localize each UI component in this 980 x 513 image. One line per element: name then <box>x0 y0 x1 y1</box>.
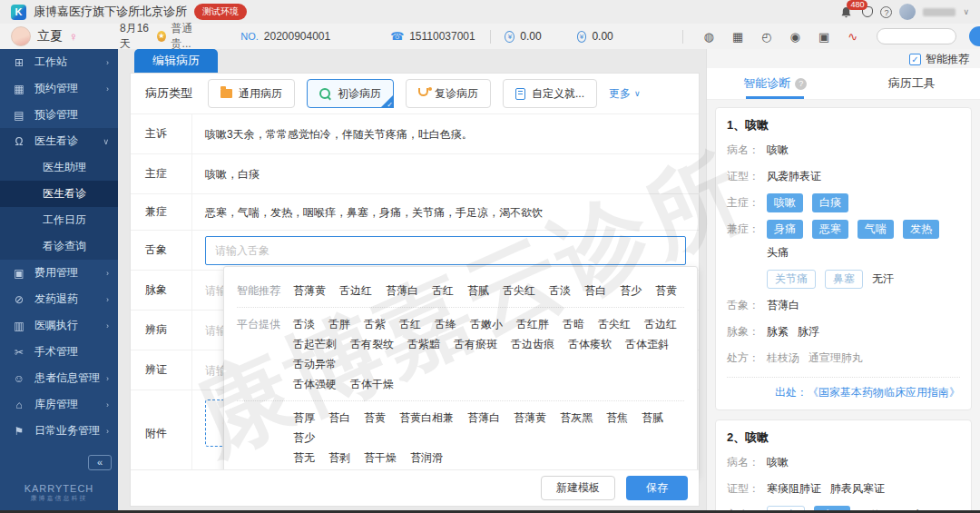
coating-option[interactable]: 苔无 <box>293 448 315 468</box>
sidebar-item-work-calendar[interactable]: 工作日历 <box>0 207 118 233</box>
smart-tongue-option[interactable]: 苔薄白 <box>386 281 418 301</box>
coating-option[interactable]: 苔黄白相兼 <box>399 408 454 428</box>
smart-tongue-option[interactable]: 舌红 <box>432 281 454 301</box>
type-general-record-button[interactable]: 通用病历 <box>208 79 295 108</box>
sidebar-item-surgery-mgmt[interactable]: ✂手术管理 <box>0 339 118 365</box>
smart-tongue-option[interactable]: 舌边红 <box>339 281 372 301</box>
tongue-option[interactable]: 舌嫩小 <box>470 314 503 334</box>
notification-bell-icon[interactable]: 480 <box>838 4 855 20</box>
tongue-option[interactable]: 舌胖 <box>328 314 350 334</box>
sidebar-item-workstation[interactable]: ⊞工作站› <box>0 49 118 75</box>
record-icon[interactable]: ◴ <box>761 30 771 44</box>
main-symptoms-value[interactable]: 咳嗽，白痰 <box>192 166 699 183</box>
tongue-option[interactable]: 舌体干燥 <box>350 374 394 394</box>
more-types-link[interactable]: 更多∨ <box>609 86 641 102</box>
coating-option[interactable]: 苔少 <box>293 428 315 448</box>
sidebar-item-order-execution[interactable]: ▥医嘱执行› <box>0 312 118 339</box>
coating-option[interactable]: 苔灰黑 <box>560 408 593 428</box>
help-icon[interactable]: ? <box>880 6 892 18</box>
form-icon[interactable]: ▦ <box>732 30 743 44</box>
coating-option[interactable]: 苔黄 <box>364 408 386 428</box>
source-link[interactable]: 出处：《国家基本药物临床应用指南》 <box>727 377 960 400</box>
tongue-option[interactable]: 舌体痿软 <box>568 334 612 354</box>
chief-complaint-value[interactable]: 咳嗽3天余，常常感觉怕冷，伴随关节疼痛，吐白色痰。 <box>192 126 699 143</box>
sidebar-item-doctor-visit[interactable]: Ω医生看诊∨ <box>0 128 118 154</box>
coating-option[interactable]: 苔润滑 <box>410 448 443 468</box>
camera-icon[interactable]: ▣ <box>818 30 829 44</box>
save-button[interactable]: 保存 <box>626 476 688 500</box>
smart-tongue-option[interactable]: 苔腻 <box>467 281 489 301</box>
symptom-tag[interactable]: 恶寒 <box>812 220 848 239</box>
info-question-icon[interactable]: ? <box>795 78 807 90</box>
symptom-tag[interactable]: 鼻塞 <box>825 270 863 289</box>
tongue-option[interactable]: 舌体强硬 <box>293 374 337 394</box>
sidebar-item-patient-info-mgmt[interactable]: ☺患者信息管理› <box>0 365 118 391</box>
message-icon[interactable]: ◍ <box>704 30 714 44</box>
smart-tongue-option[interactable]: 苔黄 <box>655 281 677 301</box>
tongue-input[interactable] <box>205 236 686 265</box>
sidebar-item-doctor-visit-current[interactable]: 医生看诊 <box>0 181 118 207</box>
coating-option[interactable]: 苔白 <box>328 408 350 428</box>
tongue-option[interactable]: 舌红 <box>399 314 421 334</box>
coating-option[interactable]: 苔焦 <box>606 408 628 428</box>
prescription-value[interactable]: 通宣理肺丸 <box>808 349 863 368</box>
sidebar-item-doctor-assistant[interactable]: 医生助理 <box>0 154 118 181</box>
sidebar-item-pretriage-mgmt[interactable]: ▤预诊管理 <box>0 102 118 128</box>
coating-option[interactable]: 苔剥 <box>328 448 350 468</box>
tongue-option[interactable]: 舌边齿痕 <box>511 334 554 354</box>
tongue-option[interactable]: 舌尖红 <box>598 314 631 334</box>
tab-smart-diagnosis[interactable]: 智能诊断 ? <box>707 68 844 99</box>
coating-option[interactable]: 苔腻 <box>642 408 663 428</box>
quick-action-button[interactable] <box>969 26 980 46</box>
sidebar-item-warehouse-mgmt[interactable]: ⌂库房管理› <box>0 391 118 418</box>
symptom-tag[interactable]: 无汗 <box>872 270 894 289</box>
smart-tongue-option[interactable]: 舌淡 <box>549 281 571 301</box>
user-menu-chevron-icon[interactable]: ∨ <box>963 7 969 16</box>
type-return-visit-record-button[interactable]: 复诊病历 <box>406 79 491 108</box>
quick-search-input[interactable] <box>877 28 956 44</box>
coating-option[interactable]: 苔厚 <box>293 408 315 428</box>
coating-option[interactable]: 苔干燥 <box>364 448 397 468</box>
sidebar-item-visit-query[interactable]: 看诊查询 <box>0 233 118 260</box>
vitals-chart-icon[interactable]: ∿ <box>848 30 858 44</box>
smart-tongue-option[interactable]: 苔白 <box>584 281 606 301</box>
tab-record-tools[interactable]: 病历工具 <box>844 68 980 99</box>
prescription-value[interactable]: 桂枝汤 <box>767 349 799 368</box>
sidebar-item-fee-mgmt[interactable]: ▣费用管理› <box>0 260 118 286</box>
concurrent-symptoms-value[interactable]: 恶寒，气喘，发热，咽喉痒，鼻塞，身痛，关节痛，手足凉，渴不欲饮 <box>192 204 699 221</box>
tongue-option[interactable]: 舌边红 <box>644 314 677 334</box>
tongue-option[interactable]: 舌体歪斜 <box>625 334 669 354</box>
tongue-option[interactable]: 舌绛 <box>435 314 456 334</box>
coating-option[interactable]: 苔薄白 <box>467 408 500 428</box>
tongue-option[interactable]: 舌暗 <box>563 314 584 334</box>
smart-tongue-option[interactable]: 舌尖红 <box>503 281 535 301</box>
coating-option[interactable]: 苔薄黄 <box>514 408 546 428</box>
audio-icon[interactable]: ◉ <box>790 30 800 44</box>
sidebar-item-daily-business-mgmt[interactable]: ⚑日常业务管理› <box>0 418 118 444</box>
symptom-tag[interactable]: 发热 <box>903 220 939 239</box>
smart-recommend-toggle[interactable]: ✓ 智能推荐 <box>909 52 969 67</box>
sidebar-item-appointment-mgmt[interactable]: ▦预约管理› <box>0 75 118 102</box>
tongue-option[interactable]: 舌红胖 <box>516 314 549 334</box>
tongue-option[interactable]: 舌有裂纹 <box>350 334 394 354</box>
tab-edit-record[interactable]: 编辑病历 <box>134 49 218 73</box>
user-avatar[interactable] <box>899 4 916 20</box>
symptom-tag[interactable]: 关节痛 <box>767 270 816 289</box>
tongue-option[interactable]: 舌紫黯 <box>407 334 440 354</box>
symptom-tag[interactable]: 气喘 <box>858 220 894 239</box>
symptom-tag[interactable]: 头痛 <box>767 243 789 262</box>
type-custom-record-button[interactable]: 自定义就... <box>503 79 597 108</box>
smart-tongue-option[interactable]: 苔薄黄 <box>293 281 326 301</box>
tongue-option[interactable]: 舌紫 <box>364 314 386 334</box>
sidebar-item-dispense-return[interactable]: ⊘发药退药› <box>0 286 118 312</box>
tongue-option[interactable]: 舌起芒刺 <box>293 334 337 354</box>
symptom-tag[interactable]: 白痰 <box>812 193 848 212</box>
type-first-visit-record-button[interactable]: 初诊病历✓ <box>307 79 394 108</box>
sidebar-collapse-button[interactable]: « <box>88 455 112 470</box>
symptom-tag[interactable]: 咳嗽 <box>767 193 803 212</box>
smart-tongue-option[interactable]: 苔少 <box>620 281 642 301</box>
symptom-tag[interactable]: 身痛 <box>767 220 803 239</box>
tongue-option[interactable]: 舌淡 <box>293 314 315 334</box>
new-template-button[interactable]: 新建模板 <box>541 476 615 500</box>
tongue-option[interactable]: 舌动异常 <box>293 354 337 374</box>
